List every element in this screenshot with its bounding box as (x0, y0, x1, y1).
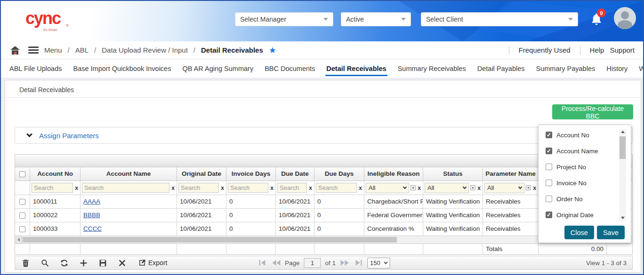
page-number-input[interactable] (304, 258, 321, 268)
clear-filter-button[interactable]: x (74, 185, 79, 191)
search-input-due-days[interactable] (316, 183, 357, 193)
filter-operator-button[interactable] (470, 185, 475, 190)
frequently-used-link[interactable]: Frequently Used (519, 46, 571, 54)
col-header-ineligible-reason[interactable]: Ineligible Reason (364, 167, 423, 181)
checkbox[interactable] (546, 132, 552, 138)
add-icon[interactable] (80, 259, 88, 267)
account-name-link[interactable]: CCCC (83, 225, 102, 232)
tab-bbc-documents[interactable]: BBC Documents (259, 59, 321, 78)
select-manager-dropdown[interactable]: Select Manager (235, 12, 333, 26)
close-button[interactable]: Close (564, 226, 594, 239)
scroll-up-arrow[interactable] (619, 129, 626, 135)
tab-detail-payables[interactable]: Detail Payables (472, 59, 531, 78)
scroll-left-arrow[interactable] (15, 236, 22, 244)
clear-filter-button[interactable]: x (477, 185, 481, 191)
support-link[interactable]: Support (610, 46, 635, 54)
filter-operator-button[interactable] (526, 185, 531, 190)
clear-filter-button[interactable]: x (358, 185, 362, 191)
tab-summary-receivables[interactable]: Summary Receivables (392, 59, 472, 78)
chooser-item-original-date[interactable]: Original Date (539, 207, 618, 223)
account-name-link[interactable]: AAAA (83, 198, 100, 205)
col-header-account-name[interactable]: Account Name (80, 167, 177, 181)
search-input-original-date[interactable] (178, 183, 219, 193)
breadcrumb-item-abl[interactable]: ABL (75, 46, 89, 54)
search-input-due-date[interactable] (277, 183, 307, 193)
select-all-cell[interactable] (15, 167, 30, 181)
delete-icon[interactable] (22, 259, 30, 267)
tab-detail-receivables[interactable]: Detail Receivables (321, 59, 392, 78)
chooser-item-order-no[interactable]: Order No (539, 191, 618, 207)
tab-warning[interactable]: Warning (633, 59, 644, 78)
filter-select-parameter-name[interactable]: All (484, 183, 524, 193)
tab-base-import-quickbook-invoices[interactable]: Base Import Quickbook Invoices (68, 59, 177, 78)
col-header-parameter-name[interactable]: Parameter Name (483, 167, 539, 181)
filter-select-ineligible-reason[interactable]: All (366, 183, 409, 193)
search-input-invoice-days[interactable] (228, 183, 268, 193)
collapse-chevron-icon[interactable] (26, 131, 32, 137)
previous-page-button[interactable] (271, 259, 281, 267)
tab-abl-file-uploads[interactable]: ABL File Uploads (4, 59, 68, 78)
clear-filter-button[interactable]: x (417, 185, 421, 191)
select-client-dropdown[interactable]: Select Client (421, 12, 578, 26)
account-name-link[interactable]: BBBB (83, 212, 100, 219)
process-recalculate-bbc-button[interactable]: Process/Re-calculate BBC (552, 104, 633, 119)
col-header-original-date[interactable]: Original Date (177, 167, 226, 181)
tab-history[interactable]: History (601, 59, 633, 78)
breadcrumb-menu[interactable]: Menu (44, 46, 62, 54)
cancel-icon[interactable] (118, 259, 126, 267)
next-page-button[interactable] (340, 259, 349, 267)
row-checkbox[interactable] (19, 226, 25, 232)
help-link[interactable]: Help (590, 46, 604, 54)
checkbox[interactable] (546, 148, 552, 154)
search-icon[interactable] (41, 259, 49, 267)
assign-parameters-label[interactable]: Assign Parameters (39, 132, 99, 140)
chooser-scrollbar[interactable] (619, 129, 626, 221)
scrollbar-thumb[interactable] (23, 237, 397, 243)
col-header-status[interactable]: Status (423, 167, 483, 181)
select-all-checkbox[interactable] (19, 171, 25, 177)
row-checkbox[interactable] (19, 212, 25, 219)
status-dropdown[interactable]: Active (341, 12, 411, 26)
refresh-icon[interactable] (60, 259, 68, 267)
scrollbar-thumb[interactable] (620, 136, 626, 159)
checkbox[interactable] (546, 164, 552, 170)
clear-filter-button[interactable]: x (220, 185, 225, 191)
save-icon[interactable] (99, 259, 107, 267)
tab-qb-ar-aging-summary[interactable]: QB AR Aging Summary (177, 59, 259, 78)
scroll-down-arrow[interactable] (619, 215, 626, 221)
search-input-account-name[interactable] (82, 183, 169, 193)
chooser-item-account-no[interactable]: Account No (539, 127, 618, 143)
home-icon[interactable] (10, 46, 20, 55)
clear-filter-button[interactable]: x (308, 185, 313, 191)
chooser-item-invoice-no[interactable]: Invoice No (539, 175, 618, 191)
row-checkbox[interactable] (19, 199, 25, 205)
save-button[interactable]: Save (597, 226, 625, 239)
chooser-item-label: Account No (556, 132, 589, 139)
chooser-item-account-name[interactable]: Account Name (539, 143, 618, 159)
user-avatar[interactable] (614, 7, 636, 29)
col-header-due-days[interactable]: Due Days (314, 167, 364, 181)
search-input-account-no[interactable] (32, 183, 73, 193)
col-header-invoice-days[interactable]: Invoice Days (226, 167, 276, 181)
clear-filter-button[interactable]: x (171, 185, 175, 191)
checkbox[interactable] (546, 212, 552, 218)
page-size-select[interactable]: 150 (367, 258, 390, 268)
clear-filter-button[interactable]: x (532, 185, 537, 191)
chooser-item-project-no[interactable]: Project No (539, 159, 618, 175)
cync-logo[interactable]: cync ® It's Smart (13, 5, 84, 37)
menu-hamburger-icon[interactable] (28, 47, 39, 54)
export-button[interactable]: Export (138, 259, 167, 267)
first-page-button[interactable] (258, 259, 267, 267)
filter-operator-button[interactable] (411, 185, 416, 190)
checkbox[interactable] (546, 196, 552, 202)
filter-select-status[interactable]: All (425, 183, 469, 193)
col-header-account-no[interactable]: Account No (30, 167, 80, 181)
col-header-due-date[interactable]: Due Date (276, 167, 314, 181)
last-page-button[interactable] (354, 259, 363, 267)
checkbox[interactable] (546, 180, 552, 186)
notifications-button[interactable]: 0 (589, 12, 604, 26)
breadcrumb-item-data-upload[interactable]: Data Upload Review / Input (102, 46, 188, 54)
favorite-star-icon[interactable]: ★ (269, 45, 276, 55)
tab-summary-payables[interactable]: Summary Payables (531, 59, 601, 78)
clear-filter-button[interactable]: x (270, 185, 274, 191)
